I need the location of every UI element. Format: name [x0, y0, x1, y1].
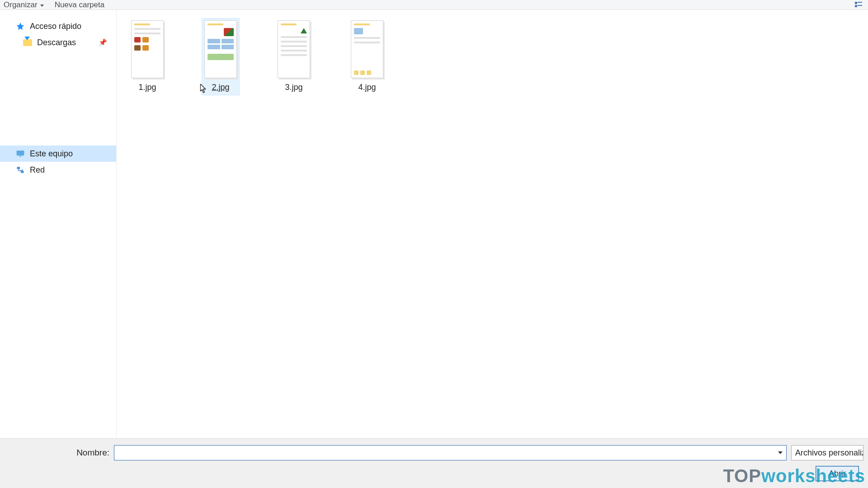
nav-network-label: Red [30, 165, 45, 175]
network-icon [15, 165, 25, 175]
filename-dropdown-button[interactable] [774, 446, 786, 460]
organize-label: Organizar [4, 0, 38, 9]
bottom-panel: Nombre: Archivos personaliz Abrir [0, 438, 868, 488]
chevron-down-icon [778, 451, 783, 454]
filename-input[interactable] [114, 446, 774, 460]
open-button-label: Abrir [829, 469, 846, 478]
svg-rect-3 [858, 5, 862, 6]
open-button[interactable]: Abrir [816, 466, 859, 481]
file-item[interactable]: 3.jpg [275, 18, 313, 95]
nav-downloads[interactable]: Descargas 📌 [0, 34, 116, 51]
view-icon [855, 2, 862, 8]
svg-rect-5 [19, 156, 22, 157]
nav-spacer [0, 51, 116, 145]
monitor-icon [15, 149, 25, 159]
toolbar: Organizar Nueva carpeta [0, 0, 868, 10]
svg-rect-6 [17, 167, 20, 169]
new-folder-button[interactable]: Nueva carpeta [55, 0, 105, 9]
navigation-pane: Acceso rápido Descargas 📌 Este equipo Re… [0, 10, 117, 438]
filetype-filter-label: Archivos personaliz [795, 448, 863, 458]
main-area: Acceso rápido Descargas 📌 Este equipo Re… [0, 10, 868, 438]
svg-rect-2 [855, 5, 857, 7]
file-thumbnail [204, 20, 237, 78]
file-list[interactable]: 1.jpg 2.jpg 3.jpg [117, 10, 868, 438]
downloads-icon [23, 38, 33, 47]
view-options-button[interactable] [852, 0, 865, 9]
nav-network[interactable]: Red [0, 162, 116, 178]
file-thumbnail [131, 20, 164, 78]
filename-combo[interactable] [114, 445, 787, 460]
file-name: 3.jpg [285, 83, 302, 92]
file-name: 4.jpg [358, 83, 376, 92]
chevron-down-icon [40, 5, 44, 7]
nav-quick-access-label: Acceso rápido [30, 22, 81, 31]
nav-quick-access[interactable]: Acceso rápido [0, 18, 116, 34]
nav-this-pc-label: Este equipo [30, 149, 73, 159]
new-folder-label: Nueva carpeta [55, 0, 105, 9]
svg-rect-1 [858, 2, 862, 3]
file-name: 2.jpg [212, 83, 229, 92]
organize-menu[interactable]: Organizar [4, 0, 44, 9]
star-icon [15, 21, 25, 31]
file-item[interactable]: 4.jpg [348, 18, 386, 95]
svg-rect-4 [17, 150, 24, 155]
pin-icon: 📌 [99, 38, 107, 47]
file-item[interactable]: 2.jpg [202, 18, 240, 95]
filetype-filter[interactable]: Archivos personaliz [791, 445, 863, 460]
file-thumbnail [278, 20, 310, 78]
nav-this-pc[interactable]: Este equipo [0, 145, 116, 162]
file-thumbnail [351, 20, 383, 78]
file-name: 1.jpg [138, 83, 156, 92]
file-item[interactable]: 1.jpg [128, 18, 166, 95]
svg-rect-0 [855, 2, 857, 4]
nav-downloads-label: Descargas [37, 38, 76, 47]
filename-label: Nombre: [5, 448, 109, 458]
